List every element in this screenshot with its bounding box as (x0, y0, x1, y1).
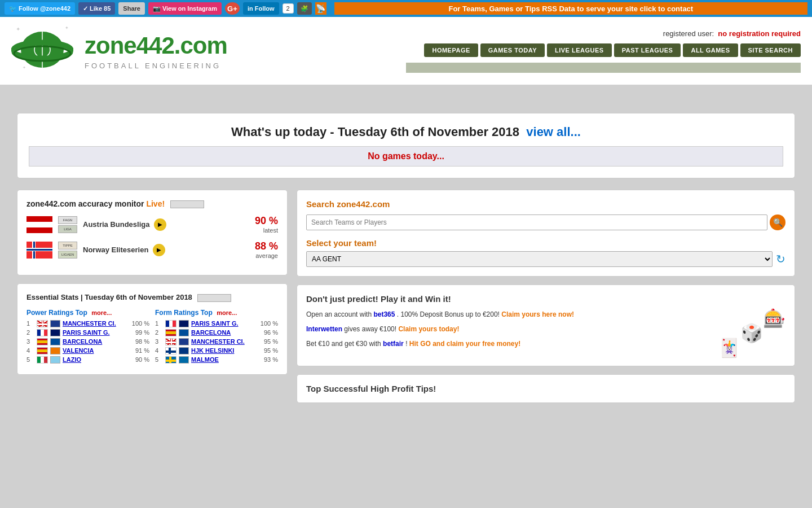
austria-label: latest (255, 227, 278, 234)
accuracy-monitor-card: zone442.com accuracy monitor Live! FAGN (17, 190, 288, 275)
france-flag (37, 329, 48, 336)
puzzle-icon: 🧩 (301, 5, 308, 12)
france-flag-f (165, 320, 176, 327)
tips-card: Top Successful High Profit Tips! (297, 374, 795, 403)
left-column: zone442.com accuracy monitor Live! FAGN (17, 190, 288, 403)
team-select[interactable]: AA GENT (306, 251, 773, 267)
share-button[interactable]: Share (118, 2, 145, 15)
spacer (0, 85, 812, 102)
reg-note: no registration required (718, 29, 801, 38)
stat-row: 5 MALMOE 93 % (155, 356, 278, 364)
accuracy-monitor-title: zone442.com accuracy monitor Live! (27, 199, 278, 208)
power-ratings-col: Power Ratings Top more... 1 MANCHESTER C… (27, 309, 149, 365)
stat-row: 5 LAZIO 90 % (27, 356, 149, 364)
header: ✦ ✦ ✦ ✦ ✦ zone442.com FOOTBALL ENGINEERI… (0, 17, 812, 85)
homepage-button[interactable]: HOMEPAGE (424, 43, 478, 57)
view-all-link[interactable]: view all... (526, 125, 581, 139)
svg-rect-24 (166, 341, 176, 343)
site-search-button[interactable]: SITE SEARCH (740, 43, 801, 57)
betfair-link[interactable]: betfair (383, 340, 404, 348)
instagram-icon: 📷 (153, 5, 161, 12)
search-button[interactable]: 🔍 (770, 214, 785, 230)
refresh-button[interactable]: ↻ (776, 252, 785, 266)
league-row-austria: FAGN LIGA Austria Bundesliga ▶ 90 % late… (27, 215, 278, 234)
linkedin-follow-button[interactable]: in Follow (243, 2, 279, 15)
main-section: What's up today - Tuesday 6th of Novembe… (0, 102, 812, 414)
social-bar: 🐦 Follow @zone442 ✓ Like 85 Share 📷 View… (0, 0, 812, 17)
form-ratings-col: Form Ratings Top more... 1 PARIS SAINT G… (155, 309, 278, 365)
nav-underbar (406, 63, 801, 73)
form-ratings-more-link[interactable]: more... (217, 309, 237, 316)
no-games-banner: No games today... (29, 146, 783, 167)
games-today-button[interactable]: GAMES TODAY (480, 43, 545, 57)
puzzle-icon-button[interactable]: 🧩 (297, 2, 312, 15)
site-name: zone442.com (85, 32, 227, 59)
twitter-follow-button[interactable]: 🐦 Follow @zone442 (5, 2, 75, 15)
austria-play-button[interactable]: ▶ (154, 218, 166, 231)
search-input[interactable] (306, 214, 767, 230)
search-title: Search zone442.com (306, 199, 785, 209)
interwetten-icon: 🎲 (740, 324, 763, 342)
spain-flag-f (165, 329, 176, 336)
stat-row: 3 BARCELONA 98 % (27, 338, 149, 345)
rss-icon: 📡 (315, 2, 326, 15)
spain-flag (37, 338, 48, 345)
stats-progress-bar (197, 294, 231, 302)
norway-pct: 88 % (255, 240, 278, 252)
interwetten-link[interactable]: Interwetten (306, 325, 342, 333)
nav-buttons: HOMEPAGE GAMES TODAY LIVE LEAGUES PAST L… (424, 43, 801, 57)
google-plus-button[interactable]: G+ (225, 2, 240, 15)
betting-title: Don't just predict! Play it and Win it! (306, 294, 785, 304)
bet-row-1: Open an account with bet365 . 100% Depos… (306, 309, 785, 319)
betfair-icon: 🃏 (718, 339, 740, 357)
bet-row-3: Bet €10 and get €30 with betfair ! Hit G… (306, 339, 785, 349)
svg-text:✦: ✦ (16, 26, 20, 32)
select-team-title: Select your team! (306, 238, 785, 248)
man-city-badge-f (179, 338, 189, 345)
norway-play-button[interactable]: ▶ (153, 244, 165, 256)
accuracy-progress-bar (170, 200, 204, 208)
svg-rect-27 (169, 348, 171, 354)
svg-rect-30 (169, 357, 171, 364)
two-col-layout: zone442.com accuracy monitor Live! FAGN (17, 190, 795, 403)
logo-text: zone442.com FOOTBALL ENGINEERING (85, 32, 227, 70)
power-ratings-more-link[interactable]: more... (91, 309, 112, 316)
austria-league-name: Austria Bundesliga (83, 220, 149, 229)
right-column: Search zone442.com 🔍 Select your team! A… (297, 190, 795, 403)
site-logo[interactable]: ✦ ✦ ✦ ✦ ✦ (11, 23, 73, 79)
lazio-badge (50, 356, 60, 364)
logo-top: FAGN (58, 216, 77, 224)
stat-row: 4 HJK HELSINKI 95 % (155, 347, 278, 354)
search-icon: 🔍 (773, 218, 783, 227)
rss-banner[interactable]: For Teams, Games or Tips RSS Data to ser… (334, 2, 807, 15)
bet-row-2: Interwetten gives away €100! Claim yours… (306, 324, 785, 334)
austria-flag (27, 216, 52, 233)
norway-label: average (255, 252, 278, 259)
essential-stats-card: Essential Stats | Tuesday 6th of Novembe… (17, 283, 288, 375)
psg-badge (50, 329, 60, 336)
spain-flag-2 (37, 347, 48, 354)
barcelona-badge (50, 338, 60, 345)
norway-eliteserien-info: Norway Eliteserien ▶ (83, 244, 249, 256)
bet365-link[interactable]: bet365 (373, 310, 395, 318)
past-leagues-button[interactable]: PAST LEAGUES (614, 43, 681, 57)
league-row-norway: TIPPE LIGAEN Norway Eliteserien ▶ 88 % a… (27, 240, 278, 259)
site-tagline: FOOTBALL ENGINEERING (85, 62, 227, 70)
norway-flag (27, 242, 52, 259)
header-right: registered user: no registration require… (406, 29, 801, 73)
italy-flag (37, 356, 48, 364)
stat-row: 4 VALENCIA 91 % (27, 347, 149, 354)
linkedin-icon: in (248, 5, 253, 12)
stat-row: 2 PARIS SAINT G. 99 % (27, 329, 149, 336)
google-plus-icon: G+ (227, 5, 237, 13)
logo-bot: LIGA (58, 225, 77, 233)
sweden-flag (165, 356, 176, 364)
facebook-like-button[interactable]: ✓ Like 85 (78, 2, 115, 15)
all-games-button[interactable]: ALL GAMES (683, 43, 738, 57)
instagram-button[interactable]: 📷 View on Instagram (148, 2, 222, 15)
svg-rect-17 (37, 323, 48, 325)
live-leagues-button[interactable]: LIVE LEAGUES (547, 43, 612, 57)
bet365-icon: 🎰 (763, 309, 785, 327)
essential-stats-title: Essential Stats | Tuesday 6th of Novembe… (27, 293, 278, 302)
stat-row: 2 BARCELONA 96 % (155, 329, 278, 336)
